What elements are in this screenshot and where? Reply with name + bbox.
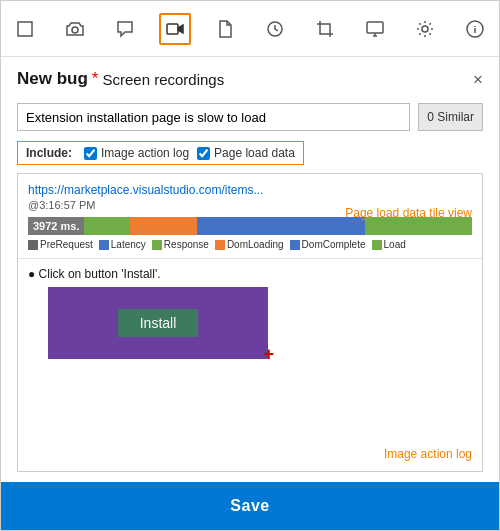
legend-response: Response [152, 239, 209, 250]
toolbar [1, 1, 499, 57]
install-image: Install + [48, 287, 268, 359]
legend-domcomplete: DomComplete [290, 239, 366, 250]
gear-icon[interactable] [409, 13, 441, 45]
legend-domloading: DomLoading [215, 239, 284, 250]
recording-panel: https://marketplace.visualstudio.com/ite… [17, 173, 483, 472]
page-load-annotation: Page load data tile view [345, 206, 472, 220]
legend-load: Load [372, 239, 406, 250]
svg-point-1 [72, 27, 78, 33]
bar-label: 3972 ms. [28, 217, 84, 235]
bar-chart: 3972 ms. PreRequest [28, 217, 472, 250]
page-load-link[interactable]: https://marketplace.visualstudio.com/ite… [28, 183, 263, 197]
main-window: New bug * Screen recordings × 0 Similar … [0, 0, 500, 531]
search-input[interactable] [17, 103, 410, 131]
page-load-tile: https://marketplace.visualstudio.com/ite… [18, 174, 482, 259]
page-load-data-checkbox[interactable]: Page load data [197, 146, 295, 160]
install-button-mock: Install [118, 309, 199, 337]
camera-icon[interactable] [59, 13, 91, 45]
document-icon[interactable] [209, 13, 241, 45]
include-row: Include: Image action log Page load data [17, 141, 304, 165]
legend-prerequest: PreRequest [28, 239, 93, 250]
response-bar [77, 217, 130, 235]
monitor-icon[interactable] [359, 13, 391, 45]
square-icon[interactable] [9, 13, 41, 45]
search-row: 0 Similar [17, 103, 483, 131]
crosshair-icon: + [263, 345, 274, 363]
image-action-log-annotation: Image action log [384, 447, 472, 461]
save-bar: Save [1, 482, 499, 530]
action-log-text: ● Click on button 'Install'. [28, 267, 472, 281]
main-content: New bug * Screen recordings × 0 Similar … [1, 57, 499, 482]
crop-icon[interactable] [309, 13, 341, 45]
header-row: New bug * Screen recordings × [17, 69, 483, 89]
info-icon[interactable] [459, 13, 491, 45]
similar-button[interactable]: 0 Similar [418, 103, 483, 131]
legend-latency: Latency [99, 239, 146, 250]
svg-rect-2 [167, 24, 178, 34]
page-title: New bug [17, 69, 88, 89]
svg-point-5 [422, 26, 428, 32]
comment-icon[interactable] [109, 13, 141, 45]
svg-rect-0 [18, 22, 32, 36]
include-label: Include: [26, 146, 72, 160]
video-icon[interactable] [159, 13, 191, 45]
domcomplete-bar [197, 217, 366, 235]
clock-icon[interactable] [259, 13, 291, 45]
bar-legend: PreRequest Latency Response DomLoad [28, 239, 472, 250]
save-button[interactable]: Save [230, 497, 269, 515]
svg-rect-4 [367, 22, 383, 33]
domloading-bar [130, 217, 197, 235]
section-label: Screen recordings [102, 71, 224, 88]
action-log-section: ● Click on button 'Install'. Install + I… [18, 259, 482, 471]
image-action-log-checkbox[interactable]: Image action log [84, 146, 189, 160]
required-asterisk: * [92, 69, 99, 89]
close-button[interactable]: × [473, 71, 483, 88]
